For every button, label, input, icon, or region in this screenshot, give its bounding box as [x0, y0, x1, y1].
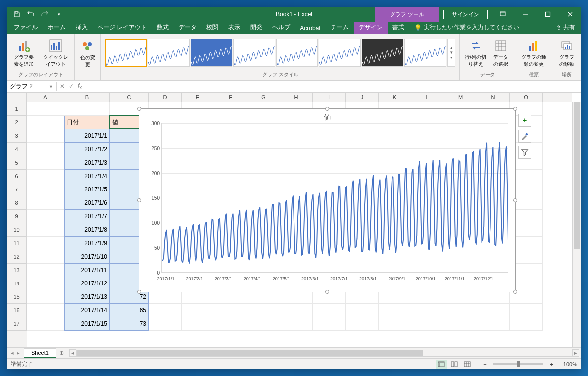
cell-B7[interactable]: 2017/1/5: [64, 183, 110, 196]
move-chart-button[interactable]: グラフの移動: [556, 37, 578, 69]
chart-handle-se[interactable]: [513, 290, 517, 294]
col-header-N[interactable]: N: [477, 93, 510, 102]
tab-formulas[interactable]: 数式: [152, 21, 174, 34]
sheet-tab[interactable]: Sheet1: [24, 348, 56, 358]
signin-button[interactable]: サインイン: [443, 10, 488, 19]
tab-home[interactable]: ホーム: [43, 21, 71, 34]
row-header-15[interactable]: 15: [7, 290, 27, 304]
row-header-8[interactable]: 8: [7, 196, 27, 210]
col-header-L[interactable]: L: [411, 93, 444, 102]
chart-elements-button[interactable]: +: [518, 114, 531, 127]
chart-style-7[interactable]: [362, 39, 403, 67]
tab-help[interactable]: ヘルプ: [267, 21, 295, 34]
tab-view[interactable]: 表示: [223, 21, 245, 34]
select-all-corner[interactable]: [7, 93, 27, 102]
cell-C17[interactable]: 73: [110, 317, 149, 331]
col-header-J[interactable]: J: [346, 93, 379, 102]
row-header-1[interactable]: 1: [7, 102, 27, 116]
chart-handle-s[interactable]: [325, 290, 329, 294]
col-header-I[interactable]: I: [313, 93, 346, 102]
row-header-10[interactable]: 10: [7, 223, 27, 237]
zoom-slider[interactable]: [493, 363, 543, 365]
row-header-13[interactable]: 13: [7, 264, 27, 277]
col-header-H[interactable]: H: [280, 93, 313, 102]
embedded-chart[interactable]: + 値 0501001502002503002017/1/12017/2/120…: [139, 108, 516, 292]
cell-C15[interactable]: 72: [110, 290, 149, 304]
chart-handle-n[interactable]: [325, 107, 329, 111]
chart-handle-sw[interactable]: [137, 290, 141, 294]
chart-styles-more-button[interactable]: ▲▼▾: [447, 39, 455, 67]
chart-filters-button[interactable]: [518, 146, 531, 159]
fx-icon[interactable]: fx: [78, 82, 82, 90]
row-header-7[interactable]: 7: [7, 183, 27, 196]
zoom-in-button[interactable]: +: [548, 361, 555, 367]
close-icon[interactable]: [559, 7, 581, 22]
normal-view-button[interactable]: [436, 360, 447, 369]
share-button[interactable]: ⇪ 共有: [550, 21, 581, 34]
ribbon-options-icon[interactable]: [491, 7, 514, 22]
col-header-B[interactable]: B: [64, 93, 110, 102]
tab-file[interactable]: ファイル: [9, 21, 43, 34]
col-header-K[interactable]: K: [379, 93, 411, 102]
worksheet-grid[interactable]: ABCDEFGHIJKLMNO 123456789101112131415161…: [7, 93, 581, 347]
cell-B16[interactable]: 2017/1/14: [64, 304, 110, 317]
new-sheet-button[interactable]: ⊕: [56, 348, 67, 359]
chart-style-8[interactable]: [404, 39, 446, 67]
cell-B10[interactable]: 2017/1/8: [64, 223, 110, 237]
cell-B13[interactable]: 2017/1/11: [64, 264, 110, 277]
change-colors-button[interactable]: 色の変更: [78, 37, 98, 69]
cell-B11[interactable]: 2017/1/9: [64, 237, 110, 250]
page-break-view-button[interactable]: [462, 360, 473, 369]
cell-B14[interactable]: 2017/1/12: [64, 277, 110, 290]
row-header-4[interactable]: 4: [7, 143, 27, 156]
cell-C16[interactable]: 65: [110, 304, 149, 317]
cell-B2[interactable]: 日付: [64, 116, 110, 129]
redo-icon[interactable]: [39, 8, 51, 20]
chart-handle-e[interactable]: [513, 198, 517, 202]
select-data-button[interactable]: データの選択: [490, 37, 512, 69]
tab-review[interactable]: 校閲: [201, 21, 223, 34]
tab-design[interactable]: デザイン: [354, 21, 388, 34]
maximize-icon[interactable]: [536, 7, 559, 22]
zoom-slider-thumb[interactable]: [517, 361, 520, 367]
chart-title[interactable]: 値: [139, 109, 515, 123]
row-header-14[interactable]: 14: [7, 277, 27, 290]
cell-B9[interactable]: 2017/1/7: [64, 210, 110, 223]
row-header-2[interactable]: 2: [7, 116, 27, 129]
tell-me-search[interactable]: 💡 実行したい作業を入力してください: [409, 21, 524, 34]
enter-formula-icon[interactable]: ✓: [69, 83, 74, 90]
minimize-icon[interactable]: [514, 7, 536, 22]
row-header-9[interactable]: 9: [7, 210, 27, 223]
switch-rowcol-button[interactable]: 行/列の切り替え: [463, 37, 488, 69]
horizontal-scrollbar[interactable]: ◂ ▸: [69, 349, 579, 357]
cell-B6[interactable]: 2017/1/4: [64, 170, 110, 183]
chart-style-4[interactable]: [233, 39, 275, 67]
row-header-3[interactable]: 3: [7, 129, 27, 143]
tab-team[interactable]: チーム: [326, 21, 354, 34]
zoom-level[interactable]: 100%: [557, 361, 577, 367]
cell-B5[interactable]: 2017/1/3: [64, 156, 110, 170]
tab-insert[interactable]: 挿入: [71, 21, 93, 34]
chart-style-1[interactable]: [105, 39, 147, 67]
chart-styles-button[interactable]: [518, 130, 531, 143]
cancel-formula-icon[interactable]: ✕: [60, 83, 65, 90]
change-chart-type-button[interactable]: グラフの種類の変更: [518, 37, 550, 69]
zoom-out-button[interactable]: −: [481, 361, 488, 367]
cell-B4[interactable]: 2017/1/2: [64, 143, 110, 156]
chart-style-2[interactable]: [148, 39, 190, 67]
chart-style-5[interactable]: [276, 39, 318, 67]
cell-B8[interactable]: 2017/1/6: [64, 196, 110, 210]
row-header-17[interactable]: 17: [7, 317, 27, 331]
col-header-C[interactable]: C: [110, 93, 149, 102]
col-header-A[interactable]: A: [27, 93, 64, 102]
cell-B17[interactable]: 2017/1/15: [64, 317, 110, 331]
chart-handle-nw[interactable]: [137, 107, 141, 111]
col-header-O[interactable]: O: [510, 93, 543, 102]
name-box-dropdown-icon[interactable]: ▼: [49, 84, 53, 89]
tab-developer[interactable]: 開発: [245, 21, 267, 34]
cell-B12[interactable]: 2017/1/10: [64, 250, 110, 264]
row-header-6[interactable]: 6: [7, 170, 27, 183]
chart-style-6[interactable]: [319, 39, 361, 67]
page-layout-view-button[interactable]: [449, 360, 460, 369]
undo-icon[interactable]: [25, 8, 37, 20]
